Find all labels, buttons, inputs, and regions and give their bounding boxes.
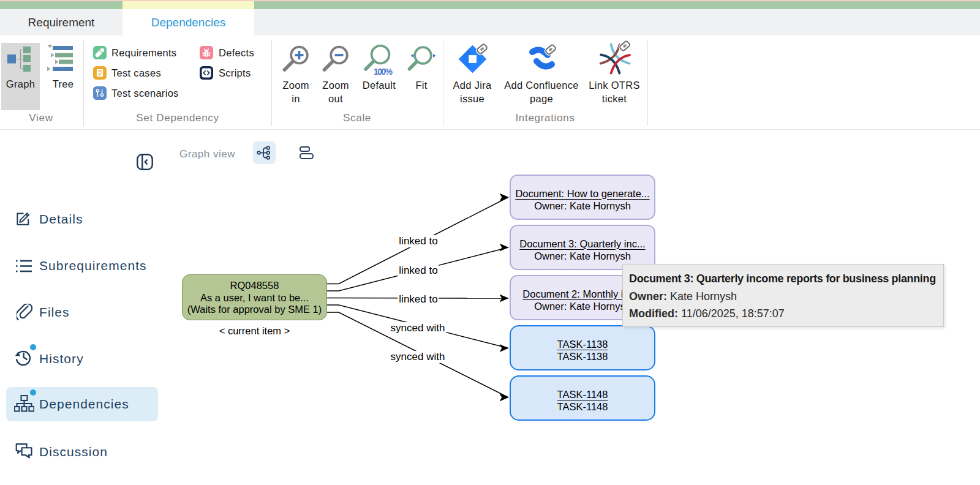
svg-text:100%: 100%: [374, 67, 393, 77]
